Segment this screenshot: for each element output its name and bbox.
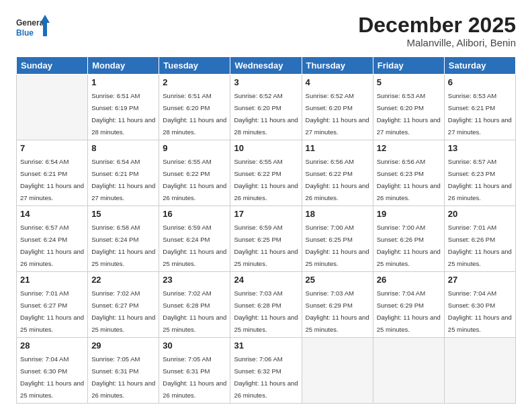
calendar-day-cell: 5 Sunrise: 6:53 AMSunset: 6:20 PMDayligh… <box>373 75 444 140</box>
day-info: Sunrise: 7:01 AMSunset: 6:26 PMDaylight:… <box>448 224 512 267</box>
calendar-day-cell: 7 Sunrise: 6:54 AMSunset: 6:21 PMDayligh… <box>17 140 88 206</box>
calendar-day-cell: 2 Sunrise: 6:51 AMSunset: 6:20 PMDayligh… <box>159 75 230 140</box>
day-info: Sunrise: 7:06 AMSunset: 6:32 PMDaylight:… <box>234 355 298 399</box>
day-info: Sunrise: 7:03 AMSunset: 6:28 PMDaylight:… <box>234 289 298 333</box>
calendar-day-cell: 8 Sunrise: 6:54 AMSunset: 6:21 PMDayligh… <box>88 140 159 206</box>
calendar-day-cell: 22 Sunrise: 7:02 AMSunset: 6:27 PMDaylig… <box>88 272 159 338</box>
day-info: Sunrise: 6:56 AMSunset: 6:22 PMDaylight:… <box>306 158 369 201</box>
calendar-week-row: 14 Sunrise: 6:57 AMSunset: 6:24 PMDaylig… <box>17 206 516 272</box>
calendar-day-cell: 11 Sunrise: 6:56 AMSunset: 6:22 PMDaylig… <box>302 140 373 206</box>
calendar-day-cell: 1 Sunrise: 6:51 AMSunset: 6:19 PMDayligh… <box>88 75 159 140</box>
header-monday: Monday <box>88 57 159 75</box>
header-saturday: Saturday <box>444 57 515 75</box>
day-number: 15 <box>91 209 155 219</box>
calendar-day-cell: 23 Sunrise: 7:02 AMSunset: 6:28 PMDaylig… <box>159 272 230 338</box>
page: General Blue December 2025 Malanville, A… <box>0 0 532 411</box>
day-info: Sunrise: 7:02 AMSunset: 6:27 PMDaylight:… <box>91 289 155 333</box>
calendar-day-cell: 4 Sunrise: 6:52 AMSunset: 6:20 PMDayligh… <box>302 75 373 140</box>
day-number: 13 <box>448 143 512 153</box>
svg-text:Blue: Blue <box>16 28 34 38</box>
day-number: 12 <box>377 143 441 153</box>
day-number: 23 <box>163 275 226 285</box>
calendar-day-cell: 9 Sunrise: 6:55 AMSunset: 6:22 PMDayligh… <box>159 140 230 206</box>
calendar-day-cell <box>444 338 515 404</box>
day-info: Sunrise: 6:57 AMSunset: 6:23 PMDaylight:… <box>448 158 512 201</box>
calendar-day-cell: 30 Sunrise: 7:05 AMSunset: 6:31 PMDaylig… <box>159 338 230 404</box>
day-info: Sunrise: 6:54 AMSunset: 6:21 PMDaylight:… <box>91 158 155 201</box>
day-info: Sunrise: 7:03 AMSunset: 6:29 PMDaylight:… <box>306 289 369 333</box>
day-number: 24 <box>234 275 298 285</box>
calendar-day-cell: 29 Sunrise: 7:05 AMSunset: 6:31 PMDaylig… <box>88 338 159 404</box>
calendar-week-row: 1 Sunrise: 6:51 AMSunset: 6:19 PMDayligh… <box>17 75 516 140</box>
header: General Blue December 2025 Malanville, A… <box>16 13 516 48</box>
day-number: 16 <box>163 209 226 219</box>
calendar-day-cell: 19 Sunrise: 7:00 AMSunset: 6:26 PMDaylig… <box>373 206 444 272</box>
day-number: 6 <box>448 77 512 87</box>
calendar-day-cell: 10 Sunrise: 6:55 AMSunset: 6:22 PMDaylig… <box>230 140 302 206</box>
title-block: December 2025 Malanville, Alibori, Benin <box>358 13 516 48</box>
location-subtitle: Malanville, Alibori, Benin <box>358 37 516 48</box>
day-info: Sunrise: 6:51 AMSunset: 6:19 PMDaylight:… <box>91 92 155 136</box>
calendar-day-cell: 20 Sunrise: 7:01 AMSunset: 6:26 PMDaylig… <box>444 206 515 272</box>
calendar-day-cell: 15 Sunrise: 6:58 AMSunset: 6:24 PMDaylig… <box>88 206 159 272</box>
day-number: 31 <box>234 340 298 351</box>
day-number: 26 <box>377 275 441 285</box>
day-number: 11 <box>306 143 369 153</box>
day-number: 22 <box>91 275 155 285</box>
header-wednesday: Wednesday <box>230 57 302 75</box>
day-number: 2 <box>163 77 226 87</box>
day-info: Sunrise: 6:59 AMSunset: 6:24 PMDaylight:… <box>163 224 226 267</box>
day-number: 29 <box>91 340 155 351</box>
day-number: 18 <box>306 209 369 219</box>
day-number: 14 <box>20 209 84 219</box>
calendar-day-cell: 16 Sunrise: 6:59 AMSunset: 6:24 PMDaylig… <box>159 206 230 272</box>
calendar-day-cell: 13 Sunrise: 6:57 AMSunset: 6:23 PMDaylig… <box>444 140 515 206</box>
day-number: 28 <box>20 340 84 351</box>
day-info: Sunrise: 7:04 AMSunset: 6:30 PMDaylight:… <box>448 289 512 333</box>
day-info: Sunrise: 7:04 AMSunset: 6:29 PMDaylight:… <box>377 289 441 333</box>
calendar-day-cell <box>17 75 88 140</box>
calendar-day-cell: 26 Sunrise: 7:04 AMSunset: 6:29 PMDaylig… <box>373 272 444 338</box>
day-number: 17 <box>234 209 298 219</box>
day-info: Sunrise: 7:02 AMSunset: 6:28 PMDaylight:… <box>163 289 226 333</box>
logo: General Blue <box>16 13 50 42</box>
calendar-day-cell: 12 Sunrise: 6:56 AMSunset: 6:23 PMDaylig… <box>373 140 444 206</box>
day-number: 27 <box>448 275 512 285</box>
day-info: Sunrise: 6:57 AMSunset: 6:24 PMDaylight:… <box>20 224 84 267</box>
day-info: Sunrise: 6:56 AMSunset: 6:23 PMDaylight:… <box>377 158 441 201</box>
day-info: Sunrise: 7:05 AMSunset: 6:31 PMDaylight:… <box>91 355 155 399</box>
header-sunday: Sunday <box>17 57 88 75</box>
calendar-day-cell: 28 Sunrise: 7:04 AMSunset: 6:30 PMDaylig… <box>17 338 88 404</box>
day-info: Sunrise: 6:52 AMSunset: 6:20 PMDaylight:… <box>234 92 298 136</box>
day-number: 1 <box>91 77 155 87</box>
day-info: Sunrise: 6:54 AMSunset: 6:21 PMDaylight:… <box>20 158 84 201</box>
day-info: Sunrise: 7:04 AMSunset: 6:30 PMDaylight:… <box>20 355 84 399</box>
calendar-week-row: 21 Sunrise: 7:01 AMSunset: 6:27 PMDaylig… <box>17 272 516 338</box>
calendar-day-cell: 25 Sunrise: 7:03 AMSunset: 6:29 PMDaylig… <box>302 272 373 338</box>
day-info: Sunrise: 6:53 AMSunset: 6:20 PMDaylight:… <box>377 92 441 136</box>
calendar-week-row: 28 Sunrise: 7:04 AMSunset: 6:30 PMDaylig… <box>17 338 516 404</box>
header-thursday: Thursday <box>302 57 373 75</box>
calendar-day-cell: 21 Sunrise: 7:01 AMSunset: 6:27 PMDaylig… <box>17 272 88 338</box>
header-friday: Friday <box>373 57 444 75</box>
calendar-day-cell <box>302 338 373 404</box>
day-number: 7 <box>20 143 84 153</box>
day-number: 10 <box>234 143 298 153</box>
day-info: Sunrise: 7:05 AMSunset: 6:31 PMDaylight:… <box>163 355 226 399</box>
calendar-day-cell: 3 Sunrise: 6:52 AMSunset: 6:20 PMDayligh… <box>230 75 302 140</box>
day-number: 5 <box>377 77 441 87</box>
month-year-title: December 2025 <box>358 13 516 37</box>
calendar-day-cell: 14 Sunrise: 6:57 AMSunset: 6:24 PMDaylig… <box>17 206 88 272</box>
day-number: 21 <box>20 275 84 285</box>
day-info: Sunrise: 6:52 AMSunset: 6:20 PMDaylight:… <box>306 92 369 136</box>
day-info: Sunrise: 6:51 AMSunset: 6:20 PMDaylight:… <box>163 92 226 136</box>
day-number: 8 <box>91 143 155 153</box>
day-number: 4 <box>306 77 369 87</box>
calendar-day-cell: 24 Sunrise: 7:03 AMSunset: 6:28 PMDaylig… <box>230 272 302 338</box>
day-number: 20 <box>448 209 512 219</box>
day-number: 9 <box>163 143 226 153</box>
day-number: 3 <box>234 77 298 87</box>
weekday-header-row: Sunday Monday Tuesday Wednesday Thursday… <box>17 57 516 75</box>
day-info: Sunrise: 6:58 AMSunset: 6:24 PMDaylight:… <box>91 224 155 267</box>
day-info: Sunrise: 6:55 AMSunset: 6:22 PMDaylight:… <box>234 158 298 201</box>
